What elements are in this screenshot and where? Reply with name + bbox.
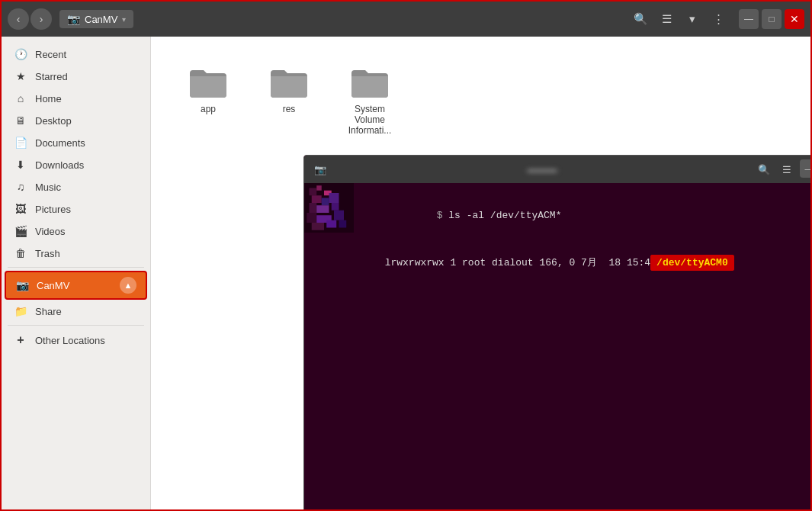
sidebar-item-pictures[interactable]: 🖼 Pictures [5, 198, 147, 220]
svg-rect-5 [322, 198, 329, 206]
eject-button[interactable]: ▲ [120, 277, 136, 294]
window-controls: — □ ✕ [739, 9, 804, 29]
forward-button[interactable]: › [30, 8, 52, 30]
sidebar-item-documents[interactable]: 📄 Documents [5, 132, 147, 153]
file-item-res[interactable]: res [255, 59, 323, 142]
sidebar-item-label: Downloads [35, 159, 84, 171]
sidebar-item-label: Trash [35, 248, 60, 259]
file-name: res [283, 104, 296, 114]
sidebar-item-label: Share [35, 306, 62, 317]
svg-rect-2 [316, 185, 322, 191]
sidebar-item-label: Desktop [35, 115, 72, 127]
sidebar-item-canmv[interactable]: 📷 CanMV ▲ [5, 271, 147, 300]
terminal-command: ls -al /dev/ttyACM* [448, 210, 561, 221]
trash-icon: 🗑 [14, 247, 27, 259]
pictures-icon: 🖼 [14, 203, 27, 215]
sidebar-item-label: CanMV [37, 280, 69, 291]
svg-rect-1 [310, 188, 317, 196]
folder-icon [188, 66, 228, 99]
svg-rect-6 [329, 193, 339, 203]
sidebar-item-label: Home [35, 93, 62, 104]
svg-rect-7 [310, 203, 317, 213]
sidebar-item-share[interactable]: 📁 Share [5, 300, 147, 322]
titlebar: ‹ › 📷 CanMV ▾ 🔍 ☰ ▾ ⋮ — □ ✕ [2, 2, 810, 37]
music-icon: ♫ [14, 181, 27, 193]
terminal-output: lrwxrwxrwx [385, 257, 451, 268]
svg-rect-14 [326, 220, 336, 228]
sidebar-item-label: Videos [35, 226, 66, 237]
svg-rect-8 [316, 205, 329, 213]
close-button[interactable]: ✕ [785, 9, 804, 29]
sidebar-item-label: Music [35, 182, 61, 193]
folder-icon [350, 66, 390, 99]
share-icon: 📁 [14, 305, 27, 317]
sidebar-item-label: Other Locations [35, 335, 105, 346]
maximize-button[interactable]: □ [762, 9, 782, 29]
other-locations-icon: + [14, 333, 27, 347]
sidebar: 🕐 Recent ★ Starred ⌂ Home 🖥 Desktop 📄 Do… [2, 37, 151, 509]
sidebar-item-recent[interactable]: 🕐 Recent [5, 43, 147, 65]
files-grid: app res [166, 52, 795, 149]
back-button[interactable]: ‹ [8, 8, 29, 30]
location-bar[interactable]: 📷 CanMV ▾ [59, 10, 133, 28]
sidebar-item-home[interactable]: ⌂ Home [5, 88, 147, 109]
nav-buttons: ‹ › [8, 8, 52, 30]
file-name: app [201, 104, 216, 114]
device-icon: 📷 [67, 13, 80, 25]
file-name: System Volume Informati... [342, 104, 398, 136]
terminal-line-1: $ ls -al /dev/ttyACM* [313, 192, 810, 239]
terminal-line-2: lrwxrwxrwx 1 root dialout 166, 0 7月 18 1… [313, 239, 810, 287]
svg-rect-12 [334, 211, 344, 220]
terminal-minimize-button[interactable]: — [800, 159, 810, 178]
terminal-icon-button[interactable]: 📷 [310, 159, 330, 179]
folder-icon [269, 66, 309, 99]
terminal-prompt: $ [437, 210, 449, 221]
terminal-window: 📷 🔍 ☰ — □ ✕ [303, 155, 810, 509]
downloads-icon: ⬇ [14, 159, 27, 171]
sidebar-item-starred[interactable]: ★ Starred [5, 66, 147, 87]
terminal-title [330, 164, 754, 175]
terminal-titlebar: 📷 🔍 ☰ — □ ✕ [304, 156, 810, 183]
file-area: app res [151, 37, 810, 509]
canmv-icon: 📷 [15, 279, 29, 291]
terminal-highlight: /dev/ttyACM0 [650, 255, 734, 271]
star-icon: ★ [14, 70, 27, 82]
sidebar-divider-2 [8, 325, 144, 326]
terminal-title-text [527, 169, 557, 172]
search-button[interactable]: 🔍 [629, 8, 652, 31]
file-manager-window: ‹ › 📷 CanMV ▾ 🔍 ☰ ▾ ⋮ — □ ✕ 🕐 Recent [0, 0, 812, 511]
terminal-body[interactable]: $ ls -al /dev/ttyACM* lrwxrwxrwx 1 root … [304, 183, 810, 509]
terminal-output-2: 1 root dialout 166, 0 7月 18 15:4 [450, 257, 650, 268]
file-item-app[interactable]: app [174, 59, 242, 142]
svg-rect-15 [339, 220, 347, 228]
titlebar-actions: 🔍 ☰ ▾ ⋮ [629, 8, 730, 31]
minimize-button[interactable]: — [739, 9, 759, 29]
terminal-search-button[interactable]: 🔍 [754, 159, 774, 179]
sidebar-item-desktop[interactable]: 🖥 Desktop [5, 110, 147, 131]
sort-button[interactable]: ▾ [681, 8, 704, 31]
documents-icon: 📄 [14, 137, 27, 149]
sidebar-item-downloads[interactable]: ⬇ Downloads [5, 154, 147, 175]
list-view-button[interactable]: ☰ [655, 8, 678, 31]
sidebar-item-label: Recent [35, 49, 66, 60]
recent-icon: 🕐 [14, 48, 27, 60]
sidebar-item-music[interactable]: ♫ Music [5, 176, 147, 198]
svg-rect-4 [312, 195, 322, 203]
location-label: CanMV [85, 14, 117, 25]
sidebar-item-videos[interactable]: 🎬 Videos [5, 220, 147, 242]
terminal-menu-button[interactable]: ☰ [777, 159, 797, 179]
sidebar-item-other-locations[interactable]: + Other Locations [5, 329, 147, 352]
file-item-system-volume[interactable]: System Volume Informati... [335, 59, 404, 142]
home-icon: ⌂ [14, 92, 27, 104]
sidebar-item-label: Documents [35, 137, 85, 149]
terminal-window-controls: 🔍 ☰ — □ ✕ [754, 159, 810, 179]
videos-icon: 🎬 [14, 225, 27, 237]
more-button[interactable]: ⋮ [707, 8, 730, 31]
svg-rect-10 [307, 213, 316, 223]
sidebar-item-trash[interactable]: 🗑 Trash [5, 243, 147, 264]
sidebar-item-label: Pictures [35, 204, 71, 215]
sidebar-item-label: Starred [35, 71, 68, 82]
desktop-icon: 🖥 [14, 114, 27, 127]
sidebar-divider [8, 267, 144, 268]
main-content: 🕐 Recent ★ Starred ⌂ Home 🖥 Desktop 📄 Do… [2, 37, 810, 509]
